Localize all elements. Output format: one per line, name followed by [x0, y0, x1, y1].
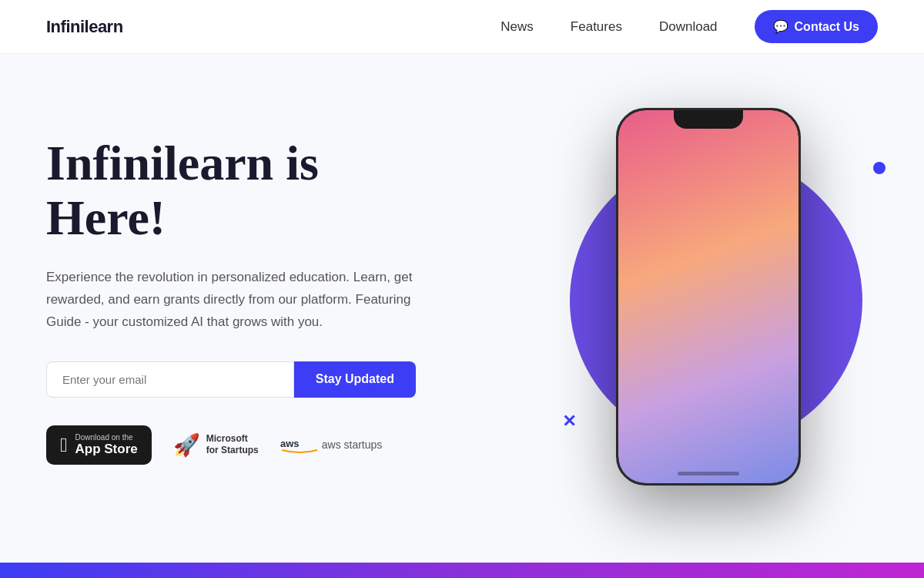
- phone-screen: [618, 110, 798, 483]
- app-store-text: Download on the App Store: [75, 433, 138, 457]
- phone-home-bar: [678, 472, 739, 476]
- footer-gradient-bar: [0, 563, 924, 578]
- nav-link-features[interactable]: Features: [571, 19, 622, 35]
- hero-title: Infinilearn is Here!: [46, 136, 416, 245]
- apple-icon: : [60, 433, 68, 457]
- dot-decoration-blue: [873, 162, 886, 174]
- svg-text:aws: aws: [280, 438, 300, 449]
- phone-mockup: [616, 108, 801, 486]
- brand-logo: Infinilearn: [46, 17, 123, 37]
- hero-section: Infinilearn is Here! Experience the revo…: [0, 54, 924, 563]
- partner-badges:  Download on the App Store 🚀 Microsoft …: [46, 425, 416, 465]
- contact-us-label: Contact Us: [795, 20, 859, 34]
- aws-logo-icon: aws: [280, 433, 319, 456]
- dot-decoration-cross: ✕: [562, 412, 576, 432]
- microsoft-badge: 🚀 Microsoft for Startups: [173, 432, 259, 458]
- nav-links: News Features Download 💬 Contact Us: [500, 10, 878, 43]
- phone-notch: [674, 110, 743, 129]
- email-form: Stay Updated: [46, 361, 416, 398]
- contact-us-button[interactable]: 💬 Contact Us: [755, 10, 878, 43]
- microsoft-text: Microsoft for Startups: [206, 433, 259, 457]
- email-input[interactable]: [46, 361, 294, 398]
- hero-content: Infinilearn is Here! Experience the revo…: [46, 136, 416, 464]
- rocket-icon: 🚀: [173, 432, 200, 458]
- nav-link-news[interactable]: News: [500, 19, 534, 35]
- phone-mockup-container: ✕: [554, 100, 878, 501]
- app-store-badge[interactable]:  Download on the App Store: [46, 425, 152, 465]
- aws-badge: aws aws startups: [280, 433, 383, 456]
- chat-icon: 💬: [773, 19, 788, 34]
- nav-link-download[interactable]: Download: [659, 19, 718, 35]
- navbar: Infinilearn News Features Download 💬 Con…: [0, 0, 924, 54]
- aws-label: aws startups: [322, 439, 383, 451]
- hero-description: Experience the revolution in personalize…: [46, 267, 416, 334]
- stay-updated-button[interactable]: Stay Updated: [294, 361, 416, 398]
